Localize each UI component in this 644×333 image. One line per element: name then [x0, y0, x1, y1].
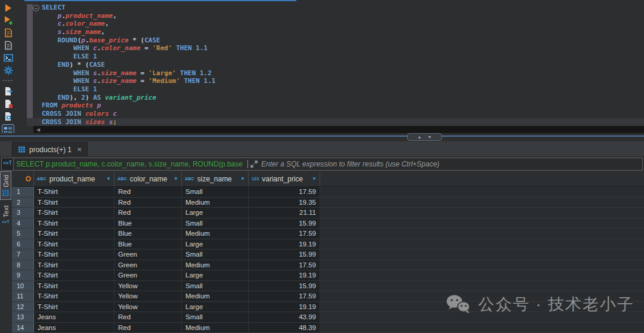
- execute-script-icon[interactable]: [3, 28, 13, 38]
- cell-color_name[interactable]: Red: [114, 198, 182, 208]
- cell-color_name[interactable]: Blue: [114, 239, 182, 249]
- row-number[interactable]: 3: [12, 208, 34, 218]
- cell-product_name[interactable]: T-Shirt: [34, 281, 114, 291]
- column-dropdown-icon[interactable]: ▼: [238, 176, 245, 181]
- script-output-icon[interactable]: [3, 112, 13, 121]
- row-number[interactable]: 7: [12, 249, 34, 260]
- cell-product_name[interactable]: T-Shirt: [34, 218, 114, 229]
- cell-product_name[interactable]: T-Shirt: [34, 239, 114, 249]
- row-number[interactable]: 13: [12, 312, 34, 322]
- code-line[interactable]: WHEN s.size_name = 'Large' THEN 1.2: [42, 69, 644, 78]
- cell-product_name[interactable]: T-Shirt: [34, 291, 114, 301]
- cell-size_name[interactable]: Medium: [182, 291, 249, 301]
- cell-product_name[interactable]: Jeans: [34, 312, 114, 322]
- expand-filter-icon[interactable]: [250, 161, 258, 168]
- cell-size_name[interactable]: Large: [182, 239, 249, 249]
- settings-gear-icon[interactable]: [3, 66, 13, 75]
- cell-size_name[interactable]: Large: [182, 208, 249, 218]
- code-line[interactable]: s.size_name,: [42, 28, 644, 36]
- code-line[interactable]: ROUND(p.base_price * (CASE: [42, 36, 644, 45]
- cell-variant_price[interactable]: 19.19: [249, 270, 320, 280]
- splitter-handle[interactable]: ▲ ▼: [407, 133, 442, 141]
- cell-product_name[interactable]: T-Shirt: [34, 302, 114, 312]
- cell-product_name[interactable]: T-Shirt: [34, 208, 114, 218]
- cell-color_name[interactable]: Green: [114, 270, 182, 280]
- code-line[interactable]: SELECT: [42, 4, 644, 12]
- cell-size_name[interactable]: Medium: [182, 198, 249, 208]
- expand-down-icon[interactable]: ▼: [428, 135, 432, 139]
- cell-size_name[interactable]: Medium: [182, 229, 249, 239]
- cell-color_name[interactable]: Red: [114, 208, 182, 218]
- code-line[interactable]: ELSE 1: [42, 85, 644, 94]
- code-line[interactable]: c.color_name,: [42, 20, 644, 28]
- code-line[interactable]: WHEN c.color_name = 'Red' THEN 1.1: [42, 44, 644, 53]
- cell-color_name[interactable]: Green: [114, 260, 182, 270]
- editor-folding-ruler[interactable]: [27, 4, 33, 126]
- row-number[interactable]: 5: [12, 229, 34, 239]
- collapse-up-icon[interactable]: ▲: [417, 135, 422, 139]
- row-number[interactable]: 8: [12, 260, 34, 270]
- code-line[interactable]: FROM products p: [42, 101, 644, 110]
- row-number[interactable]: 1: [12, 187, 34, 197]
- editor-horizontal-scrollbar[interactable]: ◀: [33, 126, 644, 133]
- cell-color_name[interactable]: Blue: [114, 218, 182, 229]
- cell-variant_price[interactable]: 15.99: [249, 281, 320, 291]
- cell-size_name[interactable]: Small: [182, 218, 249, 229]
- code-line[interactable]: p.product_name,: [42, 12, 644, 20]
- explain-plan-icon[interactable]: [3, 41, 13, 50]
- execute-statement-icon[interactable]: [3, 3, 13, 13]
- code-line[interactable]: CROSS JOIN colors c: [42, 110, 644, 118]
- row-number[interactable]: 2: [12, 198, 34, 208]
- cell-size_name[interactable]: Small: [182, 187, 249, 197]
- tab-text-view[interactable]: Text <>T: [0, 201, 11, 229]
- select-all-corner[interactable]: [12, 171, 34, 186]
- column-header-variant_price[interactable]: 123variant_price▼: [249, 171, 320, 186]
- close-tab-icon[interactable]: ✕: [77, 146, 82, 153]
- cell-product_name[interactable]: T-Shirt: [34, 198, 114, 208]
- export-result-icon[interactable]: [3, 87, 13, 96]
- cell-size_name[interactable]: Medium: [182, 260, 249, 270]
- sql-editor[interactable]: SELECT p.product_name, c.color_name, s.s…: [42, 4, 644, 126]
- scroll-left-icon[interactable]: ◀: [36, 127, 40, 132]
- sql-console-icon[interactable]: [3, 53, 13, 63]
- code-line[interactable]: END), 2) AS variant_price: [42, 94, 644, 102]
- cell-size_name[interactable]: Medium: [182, 323, 249, 333]
- cell-size_name[interactable]: Small: [182, 249, 249, 260]
- cell-variant_price[interactable]: 15.99: [249, 249, 320, 260]
- cell-color_name[interactable]: Yellow: [114, 281, 182, 291]
- fold-collapse-icon[interactable]: −: [33, 5, 39, 11]
- cell-product_name[interactable]: T-Shirt: [34, 260, 114, 270]
- code-line[interactable]: CROSS JOIN sizes s;: [27, 118, 644, 127]
- execute-new-tab-icon[interactable]: [3, 16, 13, 25]
- column-header-color_name[interactable]: ABCcolor_name▼: [114, 171, 182, 186]
- column-dropdown-icon[interactable]: ▼: [309, 176, 317, 181]
- code-line[interactable]: END) * (CASE: [42, 61, 644, 69]
- cell-color_name[interactable]: Yellow: [114, 291, 182, 301]
- cell-variant_price[interactable]: 19.19: [249, 239, 320, 249]
- cell-size_name[interactable]: Small: [182, 312, 249, 322]
- column-dropdown-icon[interactable]: ▼: [104, 176, 111, 181]
- cell-color_name[interactable]: Yellow: [114, 302, 182, 312]
- cell-color_name[interactable]: Red: [114, 187, 182, 197]
- cell-color_name[interactable]: Green: [114, 249, 182, 260]
- cell-color_name[interactable]: Blue: [114, 229, 182, 239]
- cell-product_name[interactable]: T-Shirt: [34, 270, 114, 280]
- save-script-icon[interactable]: [3, 99, 13, 109]
- cell-variant_price[interactable]: 19.35: [249, 198, 320, 208]
- cell-variant_price[interactable]: 17.59: [249, 260, 320, 270]
- row-number[interactable]: 12: [12, 302, 34, 312]
- cell-variant_price[interactable]: 21.11: [249, 208, 320, 218]
- cell-size_name[interactable]: Large: [182, 302, 249, 312]
- cell-color_name[interactable]: Red: [114, 323, 182, 333]
- cell-product_name[interactable]: T-Shirt: [34, 249, 114, 260]
- cell-size_name[interactable]: Small: [182, 281, 249, 291]
- row-number[interactable]: 10: [12, 281, 34, 291]
- column-header-size_name[interactable]: ABCsize_name▼: [182, 171, 249, 186]
- cell-product_name[interactable]: T-Shirt: [34, 229, 114, 239]
- cell-color_name[interactable]: Red: [114, 312, 182, 322]
- code-line[interactable]: ELSE 1: [42, 53, 644, 61]
- cell-variant_price[interactable]: 17.59: [249, 187, 320, 197]
- cell-variant_price[interactable]: 48.39: [249, 323, 320, 333]
- row-number[interactable]: 11: [12, 291, 34, 301]
- cell-product_name[interactable]: T-Shirt: [34, 187, 114, 197]
